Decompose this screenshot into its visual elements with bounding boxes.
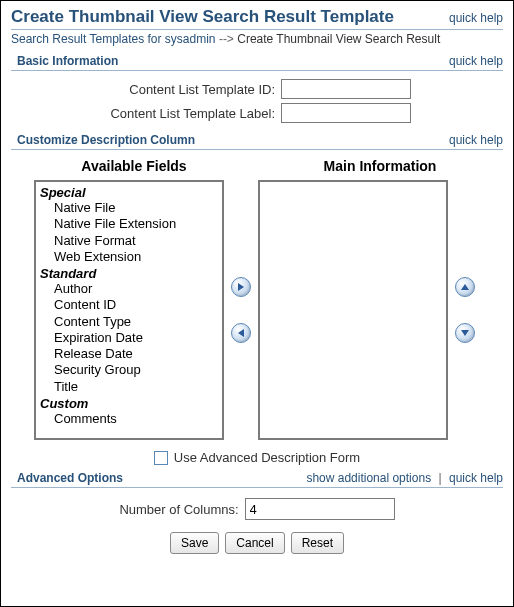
arrow-up-icon	[460, 282, 470, 292]
customize-section-header: Customize Description Column quick help	[11, 133, 503, 147]
list-group: Standard	[40, 266, 218, 281]
show-additional-options-link[interactable]: show additional options	[306, 471, 431, 485]
main-information-header: Main Information	[280, 158, 480, 174]
num-columns-row: Number of Columns:	[11, 498, 503, 520]
list-group: Custom	[40, 396, 218, 411]
transfer-arrows	[226, 277, 256, 343]
basic-section-title: Basic Information	[11, 54, 118, 68]
basic-divider	[11, 70, 503, 71]
page-container: Create Thumbnail View Search Result Temp…	[0, 0, 514, 607]
list-item[interactable]: Native Format	[40, 233, 218, 249]
reorder-arrows	[450, 277, 480, 343]
customize-divider	[11, 149, 503, 150]
template-id-label: Content List Template ID:	[11, 82, 281, 97]
column-headers: Available Fields Main Information	[11, 158, 503, 174]
list-item[interactable]: Security Group	[40, 362, 218, 378]
list-item[interactable]: Expiration Date	[40, 330, 218, 346]
quick-help-link-basic[interactable]: quick help	[449, 54, 503, 68]
reset-button[interactable]: Reset	[291, 532, 344, 554]
move-left-button[interactable]	[231, 323, 251, 343]
advanced-divider	[11, 487, 503, 488]
breadcrumb-current: Create Thumbnail View Search Result	[237, 32, 440, 46]
basic-section-header: Basic Information quick help	[11, 54, 503, 68]
title-divider	[11, 29, 503, 30]
arrow-left-icon	[236, 328, 246, 338]
move-right-button[interactable]	[231, 277, 251, 297]
num-columns-input[interactable]	[245, 498, 395, 520]
template-label-label: Content List Template Label:	[11, 106, 281, 121]
list-item[interactable]: Title	[40, 379, 218, 395]
quick-help-link-top[interactable]: quick help	[449, 11, 503, 25]
customize-section-title: Customize Description Column	[11, 133, 195, 147]
list-item[interactable]: Author	[40, 281, 218, 297]
page-title-row: Create Thumbnail View Search Result Temp…	[11, 7, 503, 27]
use-advanced-row: Use Advanced Description Form	[11, 450, 503, 465]
quick-help-link-customize[interactable]: quick help	[449, 133, 503, 147]
list-group: Special	[40, 185, 218, 200]
list-item[interactable]: Content ID	[40, 297, 218, 313]
advanced-section-header: Advanced Options show additional options…	[11, 471, 503, 485]
breadcrumb: Search Result Templates for sysadmin -->…	[11, 32, 503, 46]
advanced-links-sep: |	[438, 471, 441, 485]
available-fields-header: Available Fields	[34, 158, 234, 174]
template-label-row: Content List Template Label:	[11, 103, 503, 123]
button-row: Save Cancel Reset	[11, 532, 503, 554]
save-button[interactable]: Save	[170, 532, 219, 554]
advanced-section-title: Advanced Options	[11, 471, 123, 485]
cancel-button[interactable]: Cancel	[225, 532, 284, 554]
list-item[interactable]: Comments	[40, 411, 218, 427]
breadcrumb-separator: -->	[216, 32, 238, 46]
move-up-button[interactable]	[455, 277, 475, 297]
use-advanced-label: Use Advanced Description Form	[174, 450, 360, 465]
num-columns-label: Number of Columns:	[119, 502, 238, 517]
breadcrumb-link[interactable]: Search Result Templates for sysadmin	[11, 32, 216, 46]
template-id-row: Content List Template ID:	[11, 79, 503, 99]
move-down-button[interactable]	[455, 323, 475, 343]
arrow-down-icon	[460, 328, 470, 338]
list-item[interactable]: Web Extension	[40, 249, 218, 265]
list-item[interactable]: Release Date	[40, 346, 218, 362]
page-title: Create Thumbnail View Search Result Temp…	[11, 7, 394, 27]
list-item[interactable]: Native File Extension	[40, 216, 218, 232]
quick-help-link-advanced[interactable]: quick help	[449, 471, 503, 485]
template-label-input[interactable]	[281, 103, 411, 123]
use-advanced-checkbox[interactable]	[154, 451, 168, 465]
list-item[interactable]: Native File	[40, 200, 218, 216]
template-id-input[interactable]	[281, 79, 411, 99]
list-item[interactable]: Content Type	[40, 314, 218, 330]
dual-list: SpecialNative FileNative File ExtensionN…	[11, 180, 503, 440]
arrow-right-icon	[236, 282, 246, 292]
main-information-listbox[interactable]	[258, 180, 448, 440]
available-fields-listbox[interactable]: SpecialNative FileNative File ExtensionN…	[34, 180, 224, 440]
advanced-links: show additional options | quick help	[306, 471, 503, 485]
